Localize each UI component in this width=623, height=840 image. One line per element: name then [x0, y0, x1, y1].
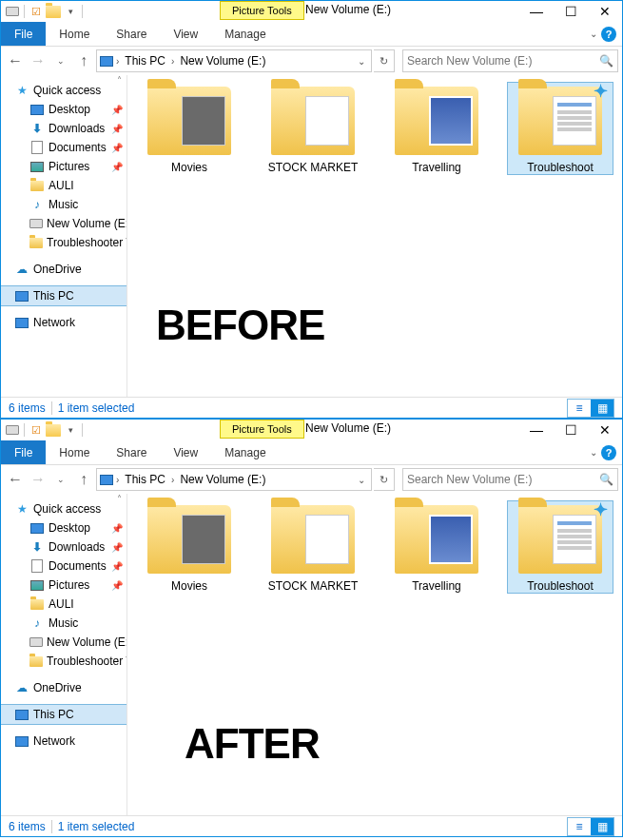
- properties-icon[interactable]: ☑: [29, 4, 44, 19]
- view-tab[interactable]: View: [160, 440, 211, 464]
- onedrive-head[interactable]: ☁OneDrive: [1, 678, 127, 697]
- breadcrumb-root[interactable]: This PC: [121, 54, 169, 68]
- thispc-head[interactable]: This PC: [1, 705, 127, 724]
- folder-tile-travelling[interactable]: Travelling: [384, 501, 489, 593]
- minimize-button[interactable]: —: [519, 420, 554, 440]
- drive-icon: [29, 635, 43, 650]
- search-box[interactable]: 🔍: [402, 49, 618, 72]
- search-icon[interactable]: 🔍: [599, 473, 613, 486]
- forward-button[interactable]: →: [28, 50, 49, 71]
- network-head[interactable]: Network: [1, 313, 127, 332]
- home-tab[interactable]: Home: [46, 22, 103, 46]
- refresh-button[interactable]: ↻: [374, 468, 395, 491]
- folder-tile-movies[interactable]: Movies: [137, 501, 242, 593]
- manage-tab[interactable]: Manage: [211, 440, 279, 464]
- folder-tile-stockmarket[interactable]: STOCK MARKET: [261, 501, 365, 593]
- folder-tile-troubleshoot[interactable]: ✦ Troubleshoot: [508, 83, 613, 174]
- minimize-button[interactable]: —: [519, 1, 554, 22]
- search-box[interactable]: 🔍: [402, 468, 618, 491]
- search-icon[interactable]: 🔍: [599, 54, 613, 68]
- content-area[interactable]: Movies STOCK MARKET Travelling ✦ Trouble…: [127, 75, 622, 397]
- chevron-down-icon[interactable]: ⌄: [590, 29, 597, 39]
- sidebar-item-volume-e[interactable]: New Volume (E:): [1, 633, 127, 652]
- icons-view-button[interactable]: ▦: [591, 818, 613, 835]
- onedrive-head[interactable]: ☁OneDrive: [1, 260, 127, 279]
- sidebar-item-troubleshooter[interactable]: Troubleshooter W: [1, 233, 127, 252]
- content-area[interactable]: Movies STOCK MARKET Travelling ✦Troubles…: [127, 494, 622, 815]
- breadcrumb-dropdown-icon[interactable]: ⌄: [354, 56, 369, 67]
- sidebar-item-volume-e[interactable]: New Volume (E:): [1, 214, 127, 233]
- quick-access-head[interactable]: ★ Quick access: [1, 81, 127, 100]
- nav-bar: ← → ⌄ ↑ › This PC › New Volume (E:) ⌄ ↻ …: [1, 47, 622, 75]
- sidebar-item-music[interactable]: ♪Music: [1, 195, 127, 214]
- folder-tile-stockmarket[interactable]: STOCK MARKET: [261, 83, 365, 174]
- share-tab[interactable]: Share: [103, 22, 160, 46]
- breadcrumb-dropdown-icon[interactable]: ⌄: [354, 475, 369, 485]
- breadcrumb[interactable]: › This PC › New Volume (E:) ⌄: [96, 49, 372, 72]
- share-tab[interactable]: Share: [103, 440, 160, 464]
- refresh-button[interactable]: ↻: [374, 49, 395, 72]
- qat-dropdown-icon[interactable]: ▾: [63, 422, 78, 438]
- folder-tile-travelling[interactable]: Travelling: [384, 83, 489, 174]
- sidebar-item-desktop[interactable]: Desktop📌: [1, 100, 127, 119]
- details-view-button[interactable]: ≡: [568, 400, 591, 417]
- back-button[interactable]: ←: [5, 469, 26, 490]
- chevron-right-icon[interactable]: ›: [116, 56, 119, 67]
- sidebar-item-pictures[interactable]: Pictures📌: [1, 576, 127, 595]
- chevron-down-icon[interactable]: ⌄: [590, 447, 597, 458]
- folder-tile-movies[interactable]: Movies: [137, 83, 242, 174]
- properties-icon[interactable]: ☑: [29, 422, 44, 438]
- view-tab[interactable]: View: [160, 22, 211, 46]
- back-button[interactable]: ←: [5, 50, 26, 71]
- network-head[interactable]: Network: [1, 732, 127, 751]
- sidebar-item-music[interactable]: ♪Music: [1, 614, 127, 633]
- recent-dropdown[interactable]: ⌄: [50, 469, 71, 490]
- sidebar-item-downloads[interactable]: ⬇Downloads📌: [1, 119, 127, 138]
- icons-view-button[interactable]: ▦: [591, 400, 613, 417]
- maximize-button[interactable]: ☐: [554, 1, 588, 22]
- scroll-up-icon[interactable]: ˄: [111, 494, 127, 509]
- chevron-right-icon[interactable]: ›: [171, 475, 174, 485]
- quick-access-head[interactable]: ★Quick access: [1, 499, 127, 518]
- chevron-right-icon[interactable]: ›: [171, 56, 174, 67]
- sidebar-item-troubleshooter[interactable]: Troubleshooter W: [1, 652, 127, 671]
- status-count: 6 items: [9, 401, 46, 415]
- sidebar-item-auli[interactable]: AULI: [1, 176, 127, 195]
- file-tab[interactable]: File: [1, 22, 46, 46]
- breadcrumb-path[interactable]: New Volume (E:): [176, 473, 269, 486]
- nav-pane: ˄ ★ Quick access Desktop📌 ⬇Downloads📌 Do…: [1, 75, 127, 397]
- new-folder-icon[interactable]: [46, 4, 61, 19]
- search-input[interactable]: [407, 473, 599, 486]
- breadcrumb-root[interactable]: This PC: [121, 473, 169, 486]
- breadcrumb-path[interactable]: New Volume (E:): [176, 54, 269, 68]
- sidebar-item-documents[interactable]: Documents📌: [1, 138, 127, 157]
- help-icon[interactable]: ?: [601, 27, 616, 42]
- file-tab[interactable]: File: [1, 440, 46, 464]
- up-button[interactable]: ↑: [73, 50, 94, 71]
- recent-dropdown[interactable]: ⌄: [50, 50, 71, 71]
- breadcrumb[interactable]: › This PC › New Volume (E:) ⌄: [96, 468, 372, 491]
- home-tab[interactable]: Home: [46, 440, 103, 464]
- search-input[interactable]: [407, 54, 599, 68]
- folder-tile-troubleshoot[interactable]: ✦Troubleshoot: [508, 501, 613, 593]
- folder-label: STOCK MARKET: [261, 579, 365, 593]
- qat-dropdown-icon[interactable]: ▾: [63, 4, 78, 19]
- sidebar-item-pictures[interactable]: Pictures📌: [1, 157, 127, 176]
- help-icon[interactable]: ?: [601, 445, 616, 460]
- chevron-right-icon[interactable]: ›: [116, 475, 119, 485]
- scroll-up-icon[interactable]: ˄: [111, 75, 127, 90]
- sidebar-item-desktop[interactable]: Desktop📌: [1, 518, 127, 537]
- manage-tab[interactable]: Manage: [211, 22, 279, 46]
- close-button[interactable]: ✕: [588, 420, 622, 440]
- explorer-window-before: ☑ ▾ Picture Tools New Volume (E:) — ☐ ✕ …: [0, 0, 623, 419]
- maximize-button[interactable]: ☐: [554, 420, 588, 440]
- sidebar-item-documents[interactable]: Documents📌: [1, 557, 127, 576]
- sidebar-item-auli[interactable]: AULI: [1, 595, 127, 614]
- forward-button[interactable]: →: [28, 469, 49, 490]
- new-folder-icon[interactable]: [46, 422, 61, 438]
- thispc-head[interactable]: This PC: [1, 286, 127, 305]
- details-view-button[interactable]: ≡: [568, 818, 591, 835]
- close-button[interactable]: ✕: [588, 1, 622, 22]
- sidebar-item-downloads[interactable]: ⬇Downloads📌: [1, 537, 127, 557]
- up-button[interactable]: ↑: [73, 469, 94, 490]
